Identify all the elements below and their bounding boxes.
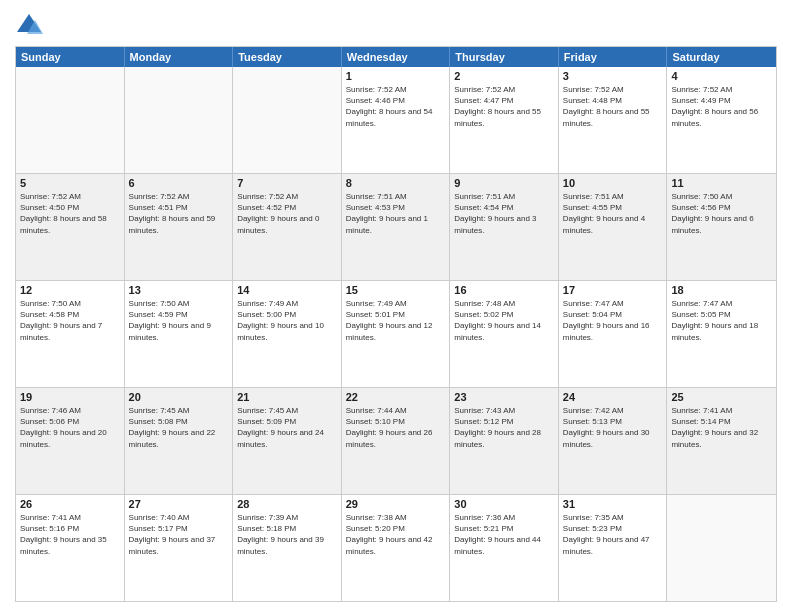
cell-info: Sunrise: 7:52 AM Sunset: 4:52 PM Dayligh… xyxy=(237,191,337,236)
cell-info: Sunrise: 7:49 AM Sunset: 5:01 PM Dayligh… xyxy=(346,298,446,343)
day-number: 27 xyxy=(129,498,229,510)
calendar-cell: 23Sunrise: 7:43 AM Sunset: 5:12 PM Dayli… xyxy=(450,388,559,494)
day-number: 1 xyxy=(346,70,446,82)
day-number: 19 xyxy=(20,391,120,403)
calendar-body: 1Sunrise: 7:52 AM Sunset: 4:46 PM Daylig… xyxy=(16,67,776,601)
day-number: 10 xyxy=(563,177,663,189)
day-number: 24 xyxy=(563,391,663,403)
calendar-cell: 4Sunrise: 7:52 AM Sunset: 4:49 PM Daylig… xyxy=(667,67,776,173)
day-number: 5 xyxy=(20,177,120,189)
calendar-cell: 18Sunrise: 7:47 AM Sunset: 5:05 PM Dayli… xyxy=(667,281,776,387)
day-number: 2 xyxy=(454,70,554,82)
day-number: 21 xyxy=(237,391,337,403)
calendar-cell: 28Sunrise: 7:39 AM Sunset: 5:18 PM Dayli… xyxy=(233,495,342,601)
calendar-cell: 26Sunrise: 7:41 AM Sunset: 5:16 PM Dayli… xyxy=(16,495,125,601)
cell-info: Sunrise: 7:41 AM Sunset: 5:14 PM Dayligh… xyxy=(671,405,772,450)
calendar-cell xyxy=(233,67,342,173)
day-number: 14 xyxy=(237,284,337,296)
calendar-cell: 21Sunrise: 7:45 AM Sunset: 5:09 PM Dayli… xyxy=(233,388,342,494)
day-number: 4 xyxy=(671,70,772,82)
day-number: 16 xyxy=(454,284,554,296)
day-number: 30 xyxy=(454,498,554,510)
calendar-row: 12Sunrise: 7:50 AM Sunset: 4:58 PM Dayli… xyxy=(16,280,776,387)
calendar-row: 1Sunrise: 7:52 AM Sunset: 4:46 PM Daylig… xyxy=(16,67,776,173)
cell-info: Sunrise: 7:52 AM Sunset: 4:49 PM Dayligh… xyxy=(671,84,772,129)
day-header-wednesday: Wednesday xyxy=(342,47,451,67)
calendar-cell: 12Sunrise: 7:50 AM Sunset: 4:58 PM Dayli… xyxy=(16,281,125,387)
calendar-cell: 5Sunrise: 7:52 AM Sunset: 4:50 PM Daylig… xyxy=(16,174,125,280)
cell-info: Sunrise: 7:50 AM Sunset: 4:56 PM Dayligh… xyxy=(671,191,772,236)
cell-info: Sunrise: 7:40 AM Sunset: 5:17 PM Dayligh… xyxy=(129,512,229,557)
day-header-saturday: Saturday xyxy=(667,47,776,67)
cell-info: Sunrise: 7:45 AM Sunset: 5:08 PM Dayligh… xyxy=(129,405,229,450)
calendar-cell: 31Sunrise: 7:35 AM Sunset: 5:23 PM Dayli… xyxy=(559,495,668,601)
calendar-cell: 16Sunrise: 7:48 AM Sunset: 5:02 PM Dayli… xyxy=(450,281,559,387)
cell-info: Sunrise: 7:48 AM Sunset: 5:02 PM Dayligh… xyxy=(454,298,554,343)
calendar-cell: 8Sunrise: 7:51 AM Sunset: 4:53 PM Daylig… xyxy=(342,174,451,280)
calendar-cell: 19Sunrise: 7:46 AM Sunset: 5:06 PM Dayli… xyxy=(16,388,125,494)
calendar-cell: 15Sunrise: 7:49 AM Sunset: 5:01 PM Dayli… xyxy=(342,281,451,387)
calendar-cell: 1Sunrise: 7:52 AM Sunset: 4:46 PM Daylig… xyxy=(342,67,451,173)
calendar-cell: 11Sunrise: 7:50 AM Sunset: 4:56 PM Dayli… xyxy=(667,174,776,280)
day-number: 28 xyxy=(237,498,337,510)
cell-info: Sunrise: 7:47 AM Sunset: 5:04 PM Dayligh… xyxy=(563,298,663,343)
calendar-row: 19Sunrise: 7:46 AM Sunset: 5:06 PM Dayli… xyxy=(16,387,776,494)
cell-info: Sunrise: 7:52 AM Sunset: 4:46 PM Dayligh… xyxy=(346,84,446,129)
calendar-cell: 7Sunrise: 7:52 AM Sunset: 4:52 PM Daylig… xyxy=(233,174,342,280)
day-header-tuesday: Tuesday xyxy=(233,47,342,67)
calendar-cell: 10Sunrise: 7:51 AM Sunset: 4:55 PM Dayli… xyxy=(559,174,668,280)
cell-info: Sunrise: 7:52 AM Sunset: 4:48 PM Dayligh… xyxy=(563,84,663,129)
day-number: 15 xyxy=(346,284,446,296)
calendar-cell: 30Sunrise: 7:36 AM Sunset: 5:21 PM Dayli… xyxy=(450,495,559,601)
day-number: 9 xyxy=(454,177,554,189)
calendar-cell: 27Sunrise: 7:40 AM Sunset: 5:17 PM Dayli… xyxy=(125,495,234,601)
day-number: 23 xyxy=(454,391,554,403)
calendar-cell: 9Sunrise: 7:51 AM Sunset: 4:54 PM Daylig… xyxy=(450,174,559,280)
cell-info: Sunrise: 7:49 AM Sunset: 5:00 PM Dayligh… xyxy=(237,298,337,343)
day-header-monday: Monday xyxy=(125,47,234,67)
cell-info: Sunrise: 7:52 AM Sunset: 4:50 PM Dayligh… xyxy=(20,191,120,236)
day-number: 22 xyxy=(346,391,446,403)
cell-info: Sunrise: 7:50 AM Sunset: 4:59 PM Dayligh… xyxy=(129,298,229,343)
cell-info: Sunrise: 7:47 AM Sunset: 5:05 PM Dayligh… xyxy=(671,298,772,343)
calendar-cell: 6Sunrise: 7:52 AM Sunset: 4:51 PM Daylig… xyxy=(125,174,234,280)
calendar-cell: 20Sunrise: 7:45 AM Sunset: 5:08 PM Dayli… xyxy=(125,388,234,494)
calendar-cell: 29Sunrise: 7:38 AM Sunset: 5:20 PM Dayli… xyxy=(342,495,451,601)
calendar-cell: 2Sunrise: 7:52 AM Sunset: 4:47 PM Daylig… xyxy=(450,67,559,173)
cell-info: Sunrise: 7:52 AM Sunset: 4:51 PM Dayligh… xyxy=(129,191,229,236)
cell-info: Sunrise: 7:35 AM Sunset: 5:23 PM Dayligh… xyxy=(563,512,663,557)
day-number: 31 xyxy=(563,498,663,510)
cell-info: Sunrise: 7:43 AM Sunset: 5:12 PM Dayligh… xyxy=(454,405,554,450)
day-number: 18 xyxy=(671,284,772,296)
day-number: 3 xyxy=(563,70,663,82)
day-number: 8 xyxy=(346,177,446,189)
cell-info: Sunrise: 7:38 AM Sunset: 5:20 PM Dayligh… xyxy=(346,512,446,557)
calendar-cell xyxy=(16,67,125,173)
calendar-cell: 14Sunrise: 7:49 AM Sunset: 5:00 PM Dayli… xyxy=(233,281,342,387)
day-header-friday: Friday xyxy=(559,47,668,67)
day-header-sunday: Sunday xyxy=(16,47,125,67)
day-number: 11 xyxy=(671,177,772,189)
day-number: 7 xyxy=(237,177,337,189)
cell-info: Sunrise: 7:41 AM Sunset: 5:16 PM Dayligh… xyxy=(20,512,120,557)
cell-info: Sunrise: 7:51 AM Sunset: 4:55 PM Dayligh… xyxy=(563,191,663,236)
cell-info: Sunrise: 7:45 AM Sunset: 5:09 PM Dayligh… xyxy=(237,405,337,450)
calendar-cell: 17Sunrise: 7:47 AM Sunset: 5:04 PM Dayli… xyxy=(559,281,668,387)
day-header-thursday: Thursday xyxy=(450,47,559,67)
calendar-cell: 22Sunrise: 7:44 AM Sunset: 5:10 PM Dayli… xyxy=(342,388,451,494)
cell-info: Sunrise: 7:51 AM Sunset: 4:54 PM Dayligh… xyxy=(454,191,554,236)
logo xyxy=(15,10,47,38)
calendar-cell xyxy=(667,495,776,601)
cell-info: Sunrise: 7:51 AM Sunset: 4:53 PM Dayligh… xyxy=(346,191,446,236)
cell-info: Sunrise: 7:52 AM Sunset: 4:47 PM Dayligh… xyxy=(454,84,554,129)
calendar-row: 26Sunrise: 7:41 AM Sunset: 5:16 PM Dayli… xyxy=(16,494,776,601)
calendar-cell: 3Sunrise: 7:52 AM Sunset: 4:48 PM Daylig… xyxy=(559,67,668,173)
day-number: 26 xyxy=(20,498,120,510)
header xyxy=(15,10,777,38)
calendar-cell: 25Sunrise: 7:41 AM Sunset: 5:14 PM Dayli… xyxy=(667,388,776,494)
calendar-row: 5Sunrise: 7:52 AM Sunset: 4:50 PM Daylig… xyxy=(16,173,776,280)
day-number: 17 xyxy=(563,284,663,296)
cell-info: Sunrise: 7:42 AM Sunset: 5:13 PM Dayligh… xyxy=(563,405,663,450)
calendar: SundayMondayTuesdayWednesdayThursdayFrid… xyxy=(15,46,777,602)
day-number: 13 xyxy=(129,284,229,296)
